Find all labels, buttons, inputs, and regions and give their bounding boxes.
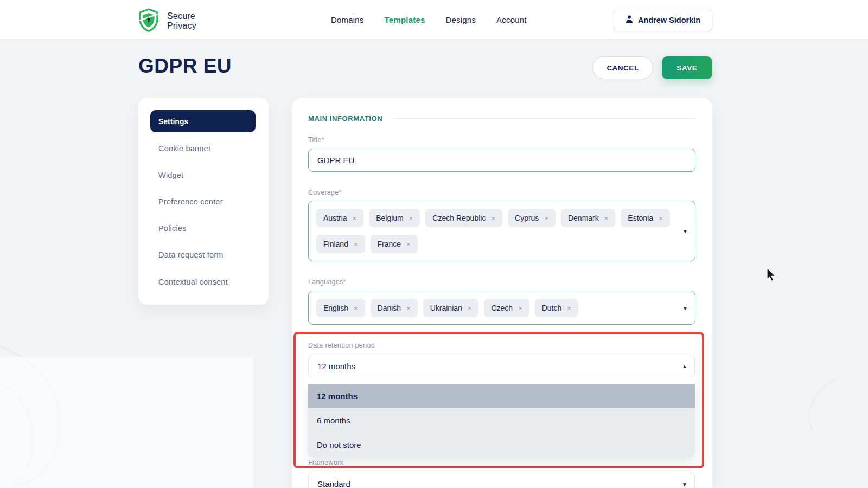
retention-selected-value: 12 months xyxy=(317,362,355,371)
coverage-tag: Belgium× xyxy=(369,209,420,227)
language-tag: English× xyxy=(316,299,365,317)
title-input[interactable] xyxy=(308,149,695,172)
required-mark: * xyxy=(339,189,342,196)
nav-designs[interactable]: Designs xyxy=(445,15,476,24)
framework-select[interactable]: Standard ▼ xyxy=(308,472,695,488)
title-label: Title* xyxy=(308,136,324,144)
sidebar-item-preference-center[interactable]: Preference center xyxy=(158,197,256,208)
remove-tag-icon[interactable]: × xyxy=(518,304,522,312)
coverage-tag: Czech Republic× xyxy=(425,209,502,227)
sidebar-item-contextual-consent[interactable]: Contextual consent xyxy=(158,278,256,288)
coverage-multiselect[interactable]: Austria× Belgium× Czech Republic× Cyprus… xyxy=(308,201,695,261)
retention-option-6-months[interactable]: 6 months xyxy=(308,408,695,433)
retention-select[interactable]: 12 months ▲ xyxy=(308,355,695,377)
coverage-tag: Estonia× xyxy=(621,209,669,227)
settings-form-card: MAIN INFORMATION Title* Coverage* Austri… xyxy=(292,98,712,488)
coverage-tag: Cyprus× xyxy=(508,209,556,227)
coverage-label: Coverage* xyxy=(308,189,342,196)
retention-dropdown-list: 12 months 6 months Do not store xyxy=(308,384,695,457)
page-title: GDPR EU xyxy=(138,55,232,78)
language-tag: Ukrainian× xyxy=(423,299,479,317)
remove-tag-icon[interactable]: × xyxy=(354,304,358,312)
coverage-tag: Finland× xyxy=(316,235,365,253)
framework-selected-value: Standard xyxy=(317,479,350,488)
framework-label: Framework xyxy=(308,459,343,466)
languages-label: Languages* xyxy=(308,278,346,286)
remove-tag-icon[interactable]: × xyxy=(468,304,472,312)
chevron-down-icon[interactable]: ▼ xyxy=(682,481,687,487)
save-button[interactable]: SAVE xyxy=(662,56,712,79)
nav-templates[interactable]: Templates xyxy=(385,15,425,24)
app-header: Secure Privacy Domains Templates Designs… xyxy=(0,0,868,40)
mouse-cursor xyxy=(767,267,778,286)
retention-option-do-not-store[interactable]: Do not store xyxy=(308,433,695,457)
chevron-down-icon[interactable]: ▼ xyxy=(682,228,688,234)
sidebar-item-policies[interactable]: Policies xyxy=(158,224,256,235)
required-mark: * xyxy=(322,136,324,144)
coverage-tag: Austria× xyxy=(316,209,363,227)
user-icon xyxy=(626,15,633,25)
language-tag: Czech× xyxy=(484,299,529,317)
brand-name: Secure Privacy xyxy=(167,11,196,31)
language-tag: Dutch× xyxy=(535,299,578,317)
main-nav: Domains Templates Designs Account xyxy=(331,0,527,40)
remove-tag-icon[interactable]: × xyxy=(354,240,358,248)
remove-tag-icon[interactable]: × xyxy=(406,304,411,312)
section-divider xyxy=(391,118,696,119)
required-mark: * xyxy=(343,278,346,286)
languages-multiselect[interactable]: English× Danish× Ukrainian× Czech× Dutch… xyxy=(308,291,695,325)
section-title: MAIN INFORMATION xyxy=(308,114,382,123)
language-tag: Danish× xyxy=(371,299,418,317)
user-name: Andrew Sidorkin xyxy=(638,16,700,24)
retention-option-12-months[interactable]: 12 months xyxy=(308,384,695,408)
sidebar-item-settings[interactable]: Settings xyxy=(150,110,256,132)
coverage-tag: France× xyxy=(371,235,418,253)
remove-tag-icon[interactable]: × xyxy=(409,214,413,222)
retention-label: Data retention period xyxy=(308,342,375,349)
chevron-down-icon[interactable]: ▼ xyxy=(682,305,688,311)
remove-tag-icon[interactable]: × xyxy=(406,240,411,248)
coverage-tag: Denmark× xyxy=(561,209,615,227)
settings-sidebar: Settings Cookie banner Widget Preference… xyxy=(138,98,269,305)
remove-tag-icon[interactable]: × xyxy=(567,304,571,312)
nav-domains[interactable]: Domains xyxy=(331,15,364,24)
remove-tag-icon[interactable]: × xyxy=(491,214,495,222)
sidebar-item-cookie-banner[interactable]: Cookie banner xyxy=(158,144,256,155)
remove-tag-icon[interactable]: × xyxy=(544,214,548,222)
remove-tag-icon[interactable]: × xyxy=(659,214,663,222)
remove-tag-icon[interactable]: × xyxy=(604,214,609,222)
brand-logo[interactable]: Secure Privacy xyxy=(137,8,196,35)
sidebar-item-widget[interactable]: Widget xyxy=(158,171,256,182)
user-menu-button[interactable]: Andrew Sidorkin xyxy=(614,9,712,31)
cancel-button[interactable]: CANCEL xyxy=(592,56,653,79)
shield-lock-icon xyxy=(137,8,160,35)
chevron-up-icon[interactable]: ▲ xyxy=(682,363,687,369)
remove-tag-icon[interactable]: × xyxy=(353,214,357,222)
nav-account[interactable]: Account xyxy=(496,15,527,24)
sidebar-item-data-request-form[interactable]: Data request form xyxy=(158,251,256,261)
